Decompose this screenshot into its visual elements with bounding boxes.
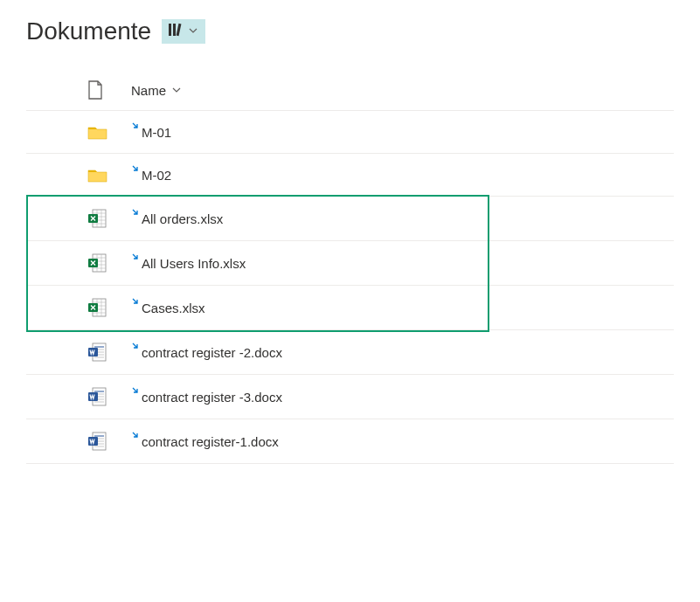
word-icon <box>87 343 131 362</box>
column-name-header[interactable]: Name <box>131 83 182 98</box>
page-title: Dokumente <box>26 17 151 45</box>
item-name-text: contract register-1.docx <box>142 434 279 449</box>
item-name-text: M-02 <box>142 168 171 183</box>
item-name[interactable]: M-01 <box>131 125 171 140</box>
item-name[interactable]: contract register -2.docx <box>131 345 282 360</box>
svg-rect-1 <box>173 24 176 36</box>
svg-rect-0 <box>169 24 171 36</box>
column-name-label: Name <box>131 83 166 98</box>
list-item[interactable]: Cases.xlsx <box>26 286 674 330</box>
item-name[interactable]: All orders.xlsx <box>131 211 223 226</box>
word-icon <box>87 387 131 406</box>
item-name-text: All Users Info.xlsx <box>142 256 246 271</box>
list-item[interactable]: contract register -3.docx <box>26 375 674 419</box>
item-name-text: All orders.xlsx <box>142 211 223 226</box>
item-name-text: contract register -2.docx <box>142 345 282 360</box>
svg-rect-2 <box>177 24 182 36</box>
item-name-text: Cases.xlsx <box>142 301 205 315</box>
excel-icon <box>87 253 131 273</box>
link-indicator-icon <box>131 121 140 132</box>
link-indicator-icon <box>131 386 140 397</box>
link-indicator-icon <box>131 253 140 263</box>
list-item[interactable]: contract register-1.docx <box>26 419 674 464</box>
item-name-text: contract register -3.docx <box>142 390 282 405</box>
word-icon <box>87 432 131 451</box>
link-indicator-icon <box>131 297 140 308</box>
item-name[interactable]: Cases.xlsx <box>131 301 205 315</box>
excel-icon <box>87 209 131 228</box>
column-type-icon[interactable] <box>87 80 131 100</box>
folder-icon <box>87 166 131 183</box>
item-name[interactable]: contract register-1.docx <box>131 434 279 449</box>
list-item[interactable]: All orders.xlsx <box>26 197 674 241</box>
library-icon <box>169 23 184 40</box>
list-header: Name <box>26 72 674 111</box>
list-item[interactable]: M-02 <box>26 154 674 197</box>
list-item[interactable]: All Users Info.xlsx <box>26 241 674 286</box>
document-list: Name M-01M-02All orders.xlsxAll Users In… <box>26 72 674 464</box>
item-name[interactable]: contract register -3.docx <box>131 390 282 405</box>
folder-icon <box>87 123 131 141</box>
chevron-down-icon <box>188 25 198 38</box>
item-name-text: M-01 <box>142 125 171 140</box>
excel-icon <box>87 298 131 317</box>
item-name[interactable]: M-02 <box>131 168 171 183</box>
link-indicator-icon <box>131 431 140 441</box>
list-item[interactable]: M-01 <box>26 111 674 154</box>
view-selector[interactable] <box>162 19 205 44</box>
chevron-down-icon <box>171 85 182 95</box>
link-indicator-icon <box>131 164 140 175</box>
item-name[interactable]: All Users Info.xlsx <box>131 256 246 271</box>
link-indicator-icon <box>131 342 140 352</box>
link-indicator-icon <box>131 208 140 218</box>
list-item[interactable]: contract register -2.docx <box>26 330 674 375</box>
